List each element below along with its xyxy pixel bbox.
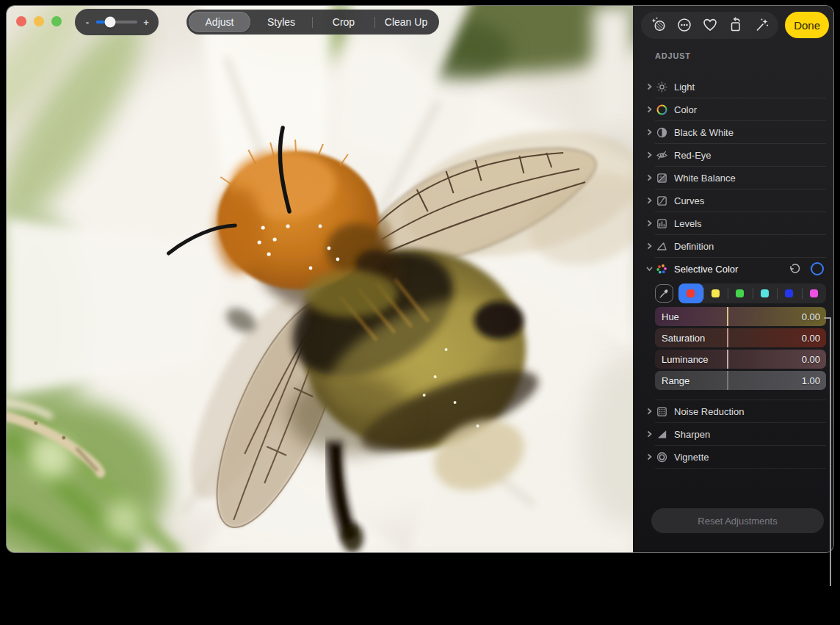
tab-styles[interactable]: Styles <box>250 12 312 32</box>
swatch-yellow[interactable] <box>703 283 728 303</box>
adjustment-label: Black & White <box>674 127 734 138</box>
adjust-section-title: ADJUST <box>655 51 833 60</box>
adjustment-row-selective-color[interactable]: Selective Color <box>633 258 833 280</box>
saturation-slider-marker[interactable] <box>727 328 728 347</box>
enabled-toggle[interactable] <box>811 262 824 275</box>
adjustment-row-red-eye[interactable]: Red-Eye <box>633 144 833 166</box>
done-button[interactable]: Done <box>785 12 829 38</box>
swatch-blue[interactable] <box>777 283 802 303</box>
undo-button[interactable] <box>789 263 801 275</box>
blue-swatch-dot <box>785 289 793 297</box>
swatch-red[interactable] <box>678 283 703 303</box>
slider-value: 0.00 <box>802 354 820 365</box>
heart-icon <box>701 16 719 34</box>
tab-adjust[interactable]: Adjust <box>189 12 250 32</box>
chevron-right-icon <box>646 197 653 204</box>
curves-icon <box>656 195 668 207</box>
eyedropper-button[interactable] <box>655 284 673 303</box>
green-swatch-dot <box>736 289 744 297</box>
favorite-button[interactable] <box>697 12 723 38</box>
red-swatch-dot <box>687 289 695 297</box>
slider-value: 0.00 <box>802 333 820 344</box>
adjustment-row-light[interactable]: Light <box>633 76 833 98</box>
zoom-in-icon[interactable]: + <box>142 18 151 27</box>
slider-label: Range <box>662 375 689 386</box>
chevron-right-icon <box>646 453 653 460</box>
adjustment-label: Red-Eye <box>674 150 712 161</box>
slider-label: Saturation <box>662 333 705 344</box>
chevron-right-icon <box>646 430 653 438</box>
row-divider <box>655 468 826 469</box>
hue-slider[interactable]: Hue 0.00 <box>655 307 826 326</box>
adjust-sidebar: Done ADJUST Light <box>633 6 833 552</box>
undo-icon <box>789 263 801 275</box>
adjustment-row-levels[interactable]: Levels <box>633 212 833 234</box>
callout-line <box>830 317 831 586</box>
adjustment-label: Definition <box>674 241 714 252</box>
adjustment-label: White Balance <box>674 173 736 184</box>
swatch-green[interactable] <box>728 283 753 303</box>
zoom-slider-thumb[interactable] <box>105 17 116 28</box>
chevron-right-icon <box>646 83 653 90</box>
auto-enhance-button[interactable] <box>748 12 774 38</box>
swatch-cyan[interactable] <box>753 283 778 303</box>
rotate-icon <box>727 16 745 34</box>
adjustment-label: Noise Reduction <box>674 406 744 417</box>
photos-edit-window: - + Adjust Styles Crop Clean Up <box>6 5 834 553</box>
close-button[interactable] <box>16 16 26 26</box>
help-figure: - + Adjust Styles Crop Clean Up <box>0 0 840 625</box>
zoom-button[interactable] <box>51 16 62 26</box>
magic-wand-icon <box>753 16 770 34</box>
vignette-icon <box>656 451 668 463</box>
luminance-slider-marker[interactable] <box>727 350 728 369</box>
chevron-right-icon <box>646 242 653 250</box>
edit-toolbar-group <box>641 12 778 39</box>
luminance-slider[interactable]: Luminance 0.00 <box>655 350 826 369</box>
hue-slider-marker[interactable] <box>727 307 728 326</box>
adjustment-label: Curves <box>674 195 704 206</box>
color-wheel-icon <box>656 104 668 116</box>
chevron-right-icon <box>646 151 653 159</box>
chevron-down-icon <box>646 265 653 272</box>
tab-clean-up[interactable]: Clean Up <box>375 12 437 32</box>
range-slider[interactable]: Range 1.00 <box>655 371 826 390</box>
adjustments-list: Light Color <box>633 76 833 390</box>
adjustment-row-black-white[interactable]: Black & White <box>633 121 833 143</box>
sharpen-icon <box>656 428 668 441</box>
magenta-swatch-dot <box>810 289 818 297</box>
adjustment-row-curves[interactable]: Curves <box>633 189 833 212</box>
cyan-swatch-dot <box>761 289 769 297</box>
reset-adjustments-button[interactable]: Reset Adjustments <box>651 508 824 533</box>
black-white-icon <box>656 126 668 139</box>
swatch-magenta[interactable] <box>802 283 827 303</box>
zoom-slider-track[interactable] <box>96 21 137 24</box>
more-button[interactable] <box>671 12 697 38</box>
adjustment-row-definition[interactable]: Definition <box>633 235 833 257</box>
chevron-right-icon <box>646 220 653 227</box>
adjustment-label: Light <box>674 82 695 93</box>
adjustment-row-sharpen[interactable]: Sharpen <box>633 423 833 445</box>
zoom-out-icon[interactable]: - <box>83 18 92 27</box>
hue-slider-track <box>655 307 826 326</box>
rotate-button[interactable] <box>723 12 748 38</box>
light-icon <box>656 81 668 93</box>
zoom-slider[interactable]: - + <box>75 9 159 35</box>
color-swatch-control <box>678 283 826 303</box>
saturation-slider[interactable]: Saturation 0.00 <box>655 328 826 347</box>
selective-color-sliders: Hue 0.00 Saturation 0.00 Luminance 0.00 <box>655 307 826 390</box>
adjustment-row-noise-reduction[interactable]: Noise Reduction <box>633 400 833 422</box>
chevron-right-icon <box>646 174 653 181</box>
slider-label: Luminance <box>662 354 709 365</box>
clean-up-button[interactable] <box>645 12 671 38</box>
more-icon <box>676 16 693 34</box>
adjustment-row-white-balance[interactable]: w White Balance <box>633 167 833 189</box>
minimize-button[interactable] <box>34 16 44 26</box>
levels-icon <box>656 217 668 230</box>
adjustment-row-color[interactable]: Color <box>633 98 833 120</box>
tab-crop[interactable]: Crop <box>313 12 374 32</box>
selective-color-swatches <box>655 283 826 303</box>
range-slider-marker[interactable] <box>727 371 728 390</box>
definition-icon <box>656 240 668 253</box>
chevron-right-icon <box>646 408 653 415</box>
adjustment-row-vignette[interactable]: Vignette <box>633 446 833 468</box>
